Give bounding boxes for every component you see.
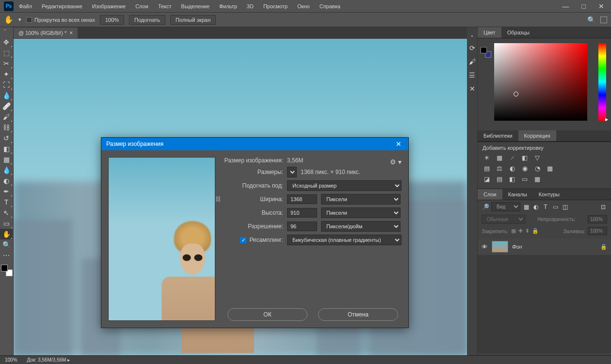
selective-icon[interactable]: ▦ [533, 175, 542, 183]
color-tab[interactable]: Цвет [478, 27, 501, 38]
resolution-input[interactable] [287, 222, 317, 231]
menu-select[interactable]: Выделение [177, 1, 214, 11]
lock-artboard-icon[interactable]: ⬍ [525, 228, 530, 234]
gradient-tool[interactable]: ▦ [0, 154, 13, 165]
visibility-icon[interactable]: 👁 [482, 243, 488, 251]
layer-name[interactable]: Фон [512, 244, 522, 250]
fill-input[interactable] [588, 227, 607, 235]
filter-search-icon[interactable]: 🔎 [482, 204, 489, 210]
marquee-tool[interactable]: ⬚ [0, 47, 13, 58]
search-icon[interactable]: 🔍 [587, 16, 595, 24]
hue-icon[interactable]: ▤ [482, 164, 491, 172]
hue-slider[interactable]: ▶ [598, 43, 606, 121]
menu-file[interactable]: Файл [15, 1, 36, 11]
document-tab[interactable]: @ 100% (RGB/8#) * × [14, 28, 78, 38]
maximize-icon[interactable]: □ [579, 1, 589, 11]
eraser-tool[interactable]: ◧ [0, 143, 13, 154]
dodge-tool[interactable]: ◐ [0, 175, 13, 186]
filter-smart-icon[interactable]: ◫ [561, 204, 569, 210]
hand-tool-icon[interactable]: ✋ [4, 15, 14, 24]
crop-tool[interactable]: ⛶ [0, 79, 13, 90]
hand-tool[interactable]: ✋ [0, 229, 13, 239]
filter-shape-icon[interactable]: ▭ [551, 204, 559, 210]
lock-position-icon[interactable]: ✚ [518, 228, 523, 234]
layers-tab[interactable]: Слои [478, 189, 502, 200]
lookup-icon[interactable]: ▦ [546, 164, 554, 172]
brush-tool[interactable]: 🖌 [0, 111, 13, 122]
resample-checkbox[interactable]: ✓ [240, 237, 246, 243]
minimize-icon[interactable]: — [560, 1, 572, 11]
history-icon[interactable]: ⟳ [469, 44, 475, 52]
layer-lock-icon[interactable]: 🔒 [600, 244, 607, 250]
height-unit-select[interactable]: Пиксели [321, 207, 401, 218]
dock-collapse-icon[interactable]: » [471, 34, 473, 38]
menu-window[interactable]: Окно [293, 1, 314, 11]
brightness-icon[interactable]: ☀ [482, 154, 491, 161]
posterize-icon[interactable]: ▤ [495, 175, 504, 183]
stamp-tool[interactable]: ⛓ [0, 122, 13, 133]
paths-tab[interactable]: Контуры [533, 189, 565, 200]
levels-icon[interactable]: ▦ [495, 154, 504, 161]
shape-tool[interactable]: ▭ [0, 218, 13, 229]
adjust-icon[interactable]: ✕ [469, 85, 475, 93]
filter-kind-select[interactable]: Вид [491, 202, 520, 211]
gradient-map-icon[interactable]: ▭ [520, 175, 529, 183]
eyedropper-tool[interactable]: 💧 [0, 90, 13, 101]
menu-3d[interactable]: 3D [242, 1, 258, 11]
dialog-titlebar[interactable]: Размер изображения ✕ [101, 138, 408, 150]
fullscreen-button[interactable]: Полный экран [170, 15, 216, 25]
cancel-button[interactable]: Отмена [318, 308, 398, 321]
link-icon[interactable]: ⛓ [215, 196, 221, 203]
path-select-tool[interactable]: ↖ [0, 207, 13, 218]
filter-type-icon[interactable]: T [542, 204, 549, 210]
width-input[interactable] [287, 194, 317, 204]
photo-filter-icon[interactable]: ◉ [520, 164, 529, 172]
doc-info-value[interactable]: 3,56M/3,56M [38, 357, 66, 363]
menu-edit[interactable]: Редактирование [37, 1, 87, 11]
gear-icon[interactable]: ⚙ ▾ [390, 158, 402, 166]
ok-button[interactable]: ОК [227, 308, 307, 321]
mixer-icon[interactable]: ◔ [533, 164, 542, 172]
invert-icon[interactable]: ◪ [482, 175, 491, 183]
menu-view[interactable]: Просмотр [259, 1, 292, 11]
history-brush-tool[interactable]: ↺ [0, 133, 13, 143]
app-logo[interactable]: Ps [4, 1, 14, 11]
lasso-tool[interactable]: ✂ [0, 58, 13, 69]
exposure-icon[interactable]: ◧ [520, 154, 529, 161]
threshold-icon[interactable]: ◧ [508, 175, 516, 183]
menu-help[interactable]: Справка [315, 1, 345, 11]
resample-select[interactable]: Бикубическая (плавные градиенты) [287, 235, 402, 245]
magic-wand-tool[interactable]: ✦ [0, 69, 13, 79]
zoom-100-button[interactable]: 100% [100, 15, 124, 25]
tool-preset-dropdown[interactable]: ▾ [18, 16, 21, 23]
lock-pixels-icon[interactable]: ▦ [511, 228, 516, 234]
curves-icon[interactable]: ⟋ [508, 154, 516, 161]
color-swatches[interactable] [1, 265, 13, 276]
dialog-preview[interactable] [108, 157, 215, 321]
lock-all-icon[interactable]: 🔒 [532, 228, 539, 234]
type-tool[interactable]: T [0, 197, 13, 207]
toolbox-collapse-icon[interactable]: « [4, 28, 6, 32]
vibrance-icon[interactable]: ▽ [533, 154, 542, 161]
dimensions-unit-select[interactable] [287, 167, 297, 177]
healing-tool[interactable]: 🩹 [0, 101, 13, 111]
filter-adjust-icon[interactable]: ◐ [532, 204, 540, 210]
edit-toolbar[interactable]: ⋯ [0, 250, 13, 261]
close-window-icon[interactable]: ✕ [595, 1, 607, 11]
filter-toggle[interactable]: ⊡ [599, 204, 607, 210]
brush-panel-icon[interactable]: 🖌 [469, 58, 476, 65]
width-unit-select[interactable]: Пиксели [321, 194, 401, 205]
balance-icon[interactable]: ⚖ [495, 164, 504, 172]
fit-to-select[interactable]: Исходный размер [287, 180, 402, 191]
zoom-status[interactable]: 100% [5, 357, 17, 363]
menu-layers[interactable]: Слои [131, 1, 153, 11]
adjustments-tab[interactable]: Коррекция [518, 130, 556, 141]
foreground-color[interactable] [1, 265, 8, 271]
menu-text[interactable]: Текст [154, 1, 176, 11]
dialog-close-icon[interactable]: ✕ [394, 140, 403, 148]
blend-mode-select[interactable]: Обычные [482, 215, 525, 224]
opacity-input[interactable] [588, 215, 607, 223]
resolution-unit-select[interactable]: Пиксели/дюйм [321, 221, 401, 232]
height-input[interactable] [287, 208, 317, 218]
fit-screen-button[interactable]: Подогнать [129, 15, 165, 25]
